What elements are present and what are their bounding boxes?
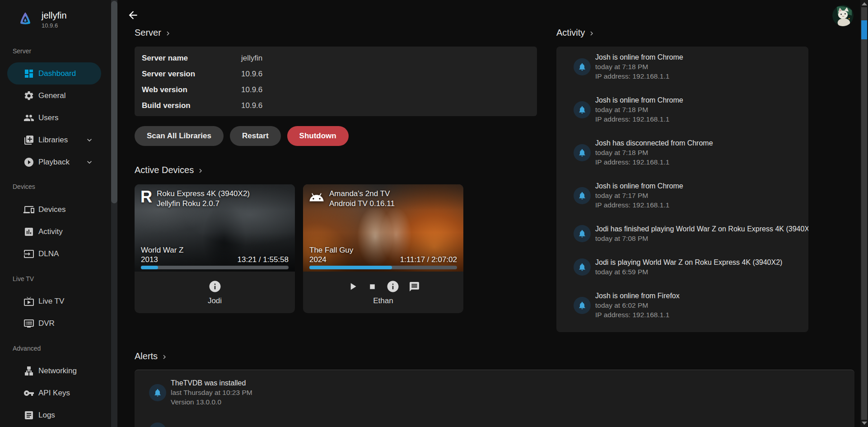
sidebar-item-libraries[interactable]: Libraries [7, 129, 101, 151]
sidebar-item-networking[interactable]: Networking [7, 360, 101, 382]
server-info-card: Server name jellyfin Server version 10.9… [135, 47, 537, 116]
send-message-button[interactable] [409, 281, 420, 292]
info-button[interactable] [208, 280, 222, 293]
server-section-link[interactable]: Server [135, 28, 172, 38]
sidebar-item-dlna[interactable]: DLNA [7, 243, 101, 265]
activity-heading-text: Activity [556, 28, 585, 38]
server-heading-text: Server [135, 28, 161, 38]
devices-icon [23, 204, 34, 215]
info-button[interactable] [386, 280, 400, 293]
bell-icon [574, 144, 591, 161]
app-title: jellyfin [42, 10, 67, 21]
bell-icon [149, 422, 166, 427]
session-user-name: Jodi [208, 296, 222, 305]
logs-icon [23, 410, 34, 421]
scroll-down-arrow-icon[interactable] [862, 422, 867, 425]
bell-icon [574, 187, 591, 204]
chevron-down-icon[interactable] [85, 158, 94, 167]
cat-avatar-image [832, 5, 854, 26]
sidebar: jellyfin 10.9.6 Server Dashboard General… [0, 0, 117, 427]
sidebar-scrollbar-thumb[interactable] [111, 1, 117, 203]
alert-item: TheTVDB was installed last Thursday at 1… [149, 378, 845, 407]
chevron-down-icon[interactable] [85, 136, 94, 145]
sidebar-item-logs[interactable]: Logs [7, 404, 101, 426]
sidebar-item-dashboard[interactable]: Dashboard [7, 62, 101, 84]
scan-all-libraries-button[interactable]: Scan All Libraries [135, 126, 224, 146]
page-scrollbar-track[interactable] [861, 7, 867, 420]
user-avatar[interactable] [832, 5, 854, 26]
chevron-right-icon [588, 29, 596, 38]
activity-section-link[interactable]: Activity [556, 28, 596, 38]
app-brand: jellyfin 10.9.6 [17, 10, 67, 29]
activity-item: Josh is online from Firefox today at 6:0… [574, 291, 799, 319]
play-icon [347, 281, 359, 292]
sidebar-item-general[interactable]: General [7, 84, 101, 107]
sidebar-item-live-tv[interactable]: Live TV [7, 290, 101, 312]
server-name-row: Server name jellyfin [142, 50, 530, 66]
bell-icon [574, 58, 591, 75]
dvr-icon [23, 318, 34, 329]
live-tv-icon [23, 296, 34, 307]
now-playing-backdrop-world-war-z: R Roku Express 4K (3940X2) Jellyfin Roku… [135, 184, 295, 272]
web-version-row: Web version 10.9.6 [142, 82, 530, 98]
nav-section-server: Server [13, 47, 31, 56]
build-version-row: Build version 10.9.6 [142, 98, 530, 113]
active-devices-section-link[interactable]: Active Devices [135, 165, 205, 175]
shutdown-button[interactable]: Shutdown [287, 126, 349, 146]
session-user-name: Ethan [373, 296, 393, 305]
alerts-section-link[interactable]: Alerts [135, 351, 168, 361]
playback-progress-bar [309, 266, 457, 269]
app-version: 10.9.6 [42, 22, 67, 29]
dlna-icon [23, 249, 34, 259]
playback-time: 1:11:17 / 2:07:02 [400, 255, 457, 264]
alerts-card: TheTVDB was installed last Thursday at 1… [135, 370, 854, 427]
sidebar-item-api-keys[interactable]: API Keys [7, 382, 101, 404]
bell-icon [574, 101, 591, 118]
sidebar-item-devices[interactable]: Devices [7, 198, 101, 221]
bell-icon [574, 258, 591, 276]
stop-icon [368, 282, 377, 291]
active-device-card-roku[interactable]: R Roku Express 4K (3940X2) Jellyfin Roku… [135, 184, 295, 313]
jellyfin-logo-icon [17, 10, 33, 28]
nav-section-live-tv: Live TV [13, 274, 34, 283]
scroll-up-arrow-icon[interactable] [862, 2, 867, 5]
libraries-icon [23, 135, 34, 145]
alerts-heading-text: Alerts [135, 351, 158, 361]
device-name: Roku Express 4K (3940X2) [157, 189, 250, 199]
now-playing-backdrop-the-fall-guy: Amanda's 2nd TV Android TV 0.16.11 The F… [303, 184, 463, 272]
jellyfin-dashboard-page: jellyfin 10.9.6 Server Dashboard General… [0, 0, 868, 427]
play-button[interactable] [347, 281, 359, 292]
activity-item: Josh is online from Chrome today at 7:17… [574, 181, 799, 210]
users-icon [23, 113, 34, 123]
sidebar-item-playback[interactable]: Playback [7, 151, 101, 173]
stop-button[interactable] [368, 282, 377, 291]
activity-log-card: Josh is online from Chrome today at 7:18… [556, 47, 808, 332]
nav-section-devices: Devices [13, 182, 35, 191]
playback-time: 13:21 / 1:55:58 [238, 255, 289, 264]
info-icon [386, 280, 400, 293]
sidebar-item-activity[interactable]: Activity [7, 221, 101, 243]
playback-progress-fill [309, 266, 392, 269]
activity-icon [23, 226, 34, 237]
roku-icon: R [140, 189, 152, 205]
activity-item: Josh is online from Chrome today at 7:18… [574, 95, 799, 124]
sidebar-item-users[interactable]: Users [7, 107, 101, 129]
device-name: Amanda's 2nd TV [329, 189, 395, 199]
restart-button[interactable]: Restart [230, 126, 281, 146]
media-title: World War Z [141, 245, 183, 255]
sidebar-item-dvr[interactable]: DVR [7, 312, 101, 334]
bell-icon [574, 225, 591, 242]
server-actions: Scan All Libraries Restart Shutdown [135, 126, 349, 146]
info-icon [208, 280, 222, 293]
bell-icon [574, 297, 591, 314]
chevron-right-icon [160, 353, 168, 361]
playback-icon [23, 157, 34, 168]
activity-item: Jodi has finished playing World War Z on… [574, 224, 799, 243]
activity-item: Jodi is playing World War Z on Roku Expr… [574, 258, 799, 277]
bell-icon [149, 384, 166, 401]
active-device-card-android-tv[interactable]: Amanda's 2nd TV Android TV 0.16.11 The F… [303, 184, 463, 313]
page-scrollbar-thumb[interactable] [861, 20, 867, 39]
playback-progress-bar [141, 266, 289, 269]
message-icon [409, 281, 420, 292]
back-button[interactable] [126, 9, 140, 23]
